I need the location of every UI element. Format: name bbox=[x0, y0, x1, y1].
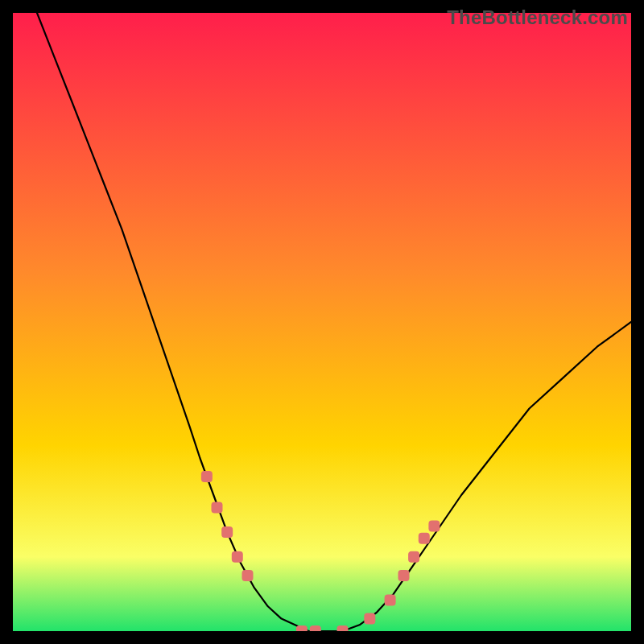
marker-point bbox=[408, 551, 419, 563]
bottleneck-chart bbox=[13, 13, 631, 631]
chart-frame: TheBottleneck.com bbox=[13, 13, 631, 631]
marker-point bbox=[419, 533, 430, 544]
marker-point bbox=[242, 570, 254, 581]
gradient-background bbox=[13, 13, 631, 631]
marker-point bbox=[232, 551, 243, 563]
marker-point bbox=[364, 613, 375, 625]
marker-point bbox=[428, 520, 440, 531]
watermark-text: TheBottleneck.com bbox=[447, 6, 628, 29]
marker-point bbox=[337, 625, 349, 631]
marker-point bbox=[201, 471, 213, 482]
marker-point bbox=[398, 570, 410, 581]
marker-point bbox=[221, 526, 233, 538]
marker-point bbox=[296, 625, 308, 631]
marker-point bbox=[385, 595, 396, 606]
marker-point bbox=[310, 625, 321, 631]
marker-point bbox=[212, 502, 223, 513]
